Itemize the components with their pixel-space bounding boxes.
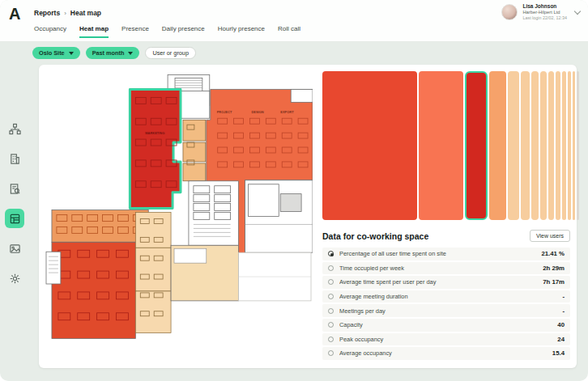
heatmap-bar-strip xyxy=(322,71,570,220)
tab-daily-presence[interactable]: Daily presence xyxy=(162,25,205,38)
site-filter-dropdown[interactable]: Oslo Site xyxy=(32,47,80,59)
heatmap-bar[interactable] xyxy=(556,71,560,220)
metric-row[interactable]: Average occupancy15.4 xyxy=(322,347,570,360)
heatmap-icon[interactable] xyxy=(5,209,24,228)
heatmap-detail-panel: Data for co-working space View users Per… xyxy=(322,71,570,362)
metric-label: Peak occupancy xyxy=(339,336,552,343)
heatmap-bar[interactable] xyxy=(322,71,417,220)
metric-value: - xyxy=(562,307,565,315)
avatar[interactable] xyxy=(501,4,518,20)
room-tan-1[interactable] xyxy=(135,213,171,248)
building-icon[interactable] xyxy=(5,149,24,168)
heatmap-bar[interactable] xyxy=(540,71,547,220)
sidebar-nav xyxy=(0,42,29,381)
metric-label: Capacity xyxy=(339,321,552,328)
tab-roll-call[interactable]: Roll call xyxy=(278,25,300,38)
sitemap-icon[interactable] xyxy=(5,119,24,138)
tab-occupancy[interactable]: Occupancy xyxy=(34,25,66,38)
user-name: Lisa Johnson xyxy=(522,3,567,10)
site-filter-label: Oslo Site xyxy=(39,49,65,57)
metric-label: Average time spent per user per day xyxy=(339,278,537,286)
metric-row[interactable]: Meetings per day- xyxy=(322,304,570,317)
room-selected-coworking[interactable] xyxy=(130,89,181,208)
detail-header: Data for co-working space View users xyxy=(322,230,570,242)
heatmap-bar[interactable] xyxy=(508,71,519,220)
metrics-table: Percentage of all user time spent on sit… xyxy=(322,248,570,360)
metric-value: - xyxy=(562,293,565,300)
chevron-down-icon xyxy=(69,52,74,55)
header: A Reports › Heat map Lisa Johnson Harber… xyxy=(0,0,588,42)
metric-value: 2h 29m xyxy=(543,265,565,272)
report-tabs: Occupancy Heat map Presence Daily presen… xyxy=(34,25,300,38)
radio-icon[interactable] xyxy=(328,279,334,285)
room-label-design: DESIGN xyxy=(251,110,263,114)
metric-row[interactable]: Percentage of all user time spent on sit… xyxy=(322,248,570,260)
heatmap-bar[interactable] xyxy=(573,71,575,220)
app-logo[interactable]: A xyxy=(9,5,20,23)
room-red-lower[interactable] xyxy=(52,242,135,338)
breadcrumb: Reports › Heat map xyxy=(34,9,101,17)
heatmap-bar[interactable] xyxy=(548,71,554,220)
settings-icon[interactable] xyxy=(5,269,24,288)
detail-title: Data for co-working space xyxy=(322,231,428,241)
heatmap-bar[interactable] xyxy=(489,71,506,220)
tab-hourly-presence[interactable]: Hourly presence xyxy=(218,25,265,38)
metric-label: Meetings per day xyxy=(339,307,556,315)
room-small-3[interactable] xyxy=(183,163,206,181)
room-label-export: EXPORT xyxy=(280,110,294,114)
user-group-filter-button[interactable]: User or group xyxy=(145,47,196,59)
metric-row[interactable]: Peak occupancy24 xyxy=(322,333,570,346)
heatmap-bar[interactable] xyxy=(562,71,566,220)
tab-heat-map[interactable]: Heat map xyxy=(79,25,109,38)
metric-value: 24 xyxy=(557,336,565,343)
metric-row[interactable]: Capacity40 xyxy=(322,319,570,332)
breadcrumb-reports[interactable]: Reports xyxy=(34,9,60,17)
report-card: PROJECT DESIGN EXPORT xyxy=(39,65,577,368)
room-small-1[interactable] xyxy=(183,120,206,141)
metric-row[interactable]: Average time spent per user per day7h 17… xyxy=(322,276,570,289)
metric-row[interactable]: Average meeting duration- xyxy=(322,290,570,303)
breadcrumb-separator-icon: › xyxy=(64,10,66,17)
metric-row[interactable]: Time occupied per week2h 29m xyxy=(322,262,570,275)
room-tan-2[interactable] xyxy=(135,248,171,291)
heatmap-bar-selected[interactable] xyxy=(465,71,488,220)
chevron-down-icon[interactable] xyxy=(574,7,581,14)
radio-selected-icon[interactable] xyxy=(328,251,334,256)
period-filter-dropdown[interactable]: Past month xyxy=(86,47,140,59)
metric-label: Average occupancy xyxy=(339,349,547,357)
radio-icon[interactable] xyxy=(328,294,334,299)
heatmap-bar[interactable] xyxy=(577,71,579,220)
metric-label: Time occupied per week xyxy=(339,265,537,272)
metric-label: Average meeting duration xyxy=(339,293,556,300)
radio-icon[interactable] xyxy=(328,265,334,271)
user-menu[interactable]: Lisa Johnson Harber-Hilpert Ltd Last log… xyxy=(501,3,580,21)
tab-presence[interactable]: Presence xyxy=(121,25,149,38)
heatmap-bar[interactable] xyxy=(568,71,571,220)
view-users-button[interactable]: View users xyxy=(530,230,570,242)
report-search-icon[interactable] xyxy=(5,179,24,198)
image-icon[interactable] xyxy=(5,239,24,258)
user-group-filter-label: User or group xyxy=(152,49,189,57)
breadcrumb-page-title: Heat map xyxy=(70,9,101,17)
room-label-project: PROJECT xyxy=(217,110,232,114)
radio-icon[interactable] xyxy=(328,337,334,342)
user-last-login: Last login 22/02, 12:34 xyxy=(522,15,567,21)
metric-value: 15.4 xyxy=(552,349,565,357)
radio-icon[interactable] xyxy=(328,350,334,356)
floor-plan-svg: PROJECT DESIGN EXPORT xyxy=(45,71,313,362)
heatmap-bar[interactable] xyxy=(521,71,530,220)
user-info: Lisa Johnson Harber-Hilpert Ltd Last log… xyxy=(522,3,567,21)
heatmap-bar[interactable] xyxy=(531,71,539,220)
floor-plan: PROJECT DESIGN EXPORT xyxy=(45,71,313,362)
radio-icon[interactable] xyxy=(328,308,334,314)
period-filter-label: Past month xyxy=(92,49,125,57)
metric-value: 40 xyxy=(557,321,565,328)
chevron-down-icon xyxy=(128,52,133,55)
metric-value: 21.41 % xyxy=(541,250,565,257)
filter-bar: Oslo Site Past month User or group xyxy=(32,47,196,59)
app-window: A Reports › Heat map Lisa Johnson Harber… xyxy=(0,0,588,381)
metric-value: 7h 17m xyxy=(543,278,565,286)
radio-icon[interactable] xyxy=(328,322,334,328)
heatmap-bar[interactable] xyxy=(419,71,463,220)
user-company: Harber-Hilpert Ltd xyxy=(522,10,567,15)
